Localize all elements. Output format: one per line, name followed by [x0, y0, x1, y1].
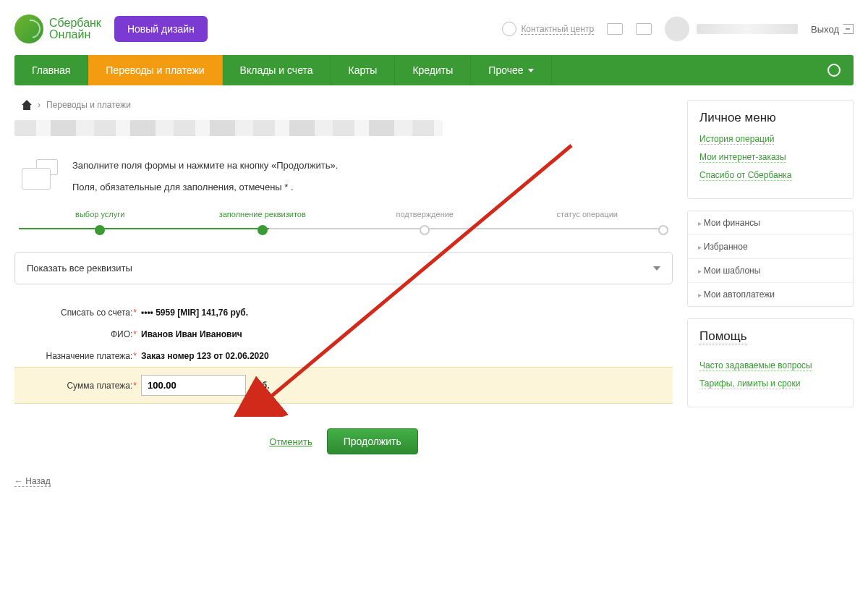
- nav-item-other-label: Прочее: [488, 64, 523, 76]
- nav-item-other[interactable]: Прочее: [471, 55, 551, 85]
- sidebar-section-templates[interactable]: Мои шаблоны: [688, 259, 853, 283]
- gear-icon[interactable]: [827, 64, 841, 77]
- row-fio: ФИО:* Иванов Иван Иванович: [14, 323, 673, 345]
- purpose-label: Назначение платежа:: [46, 351, 132, 361]
- logo-line2: Онлайн: [49, 29, 101, 41]
- contact-center[interactable]: Контактный центр: [502, 22, 594, 36]
- logo-text: Сбербанк Онлайн: [49, 17, 101, 41]
- row-purpose: Назначение платежа:* Заказ номер 123 от …: [14, 345, 673, 367]
- expand-label: Показать все реквизиты: [27, 263, 132, 274]
- sidebar-link-orders[interactable]: Мои интернет-заказы: [699, 152, 786, 163]
- sidebar-section-autopay[interactable]: Мои автоплатежи: [688, 283, 853, 306]
- instruction-line2: Поля, обязательные для заполнения, отмеч…: [72, 179, 338, 195]
- account-value: •••• 5959 [MIR] 141,76 руб.: [141, 308, 248, 318]
- logout-icon: [843, 24, 854, 34]
- chevron-down-icon: [653, 266, 660, 271]
- contact-center-link[interactable]: Контактный центр: [521, 24, 594, 35]
- back-link[interactable]: Назад: [14, 476, 51, 487]
- nav-item-transfers[interactable]: Переводы и платежи: [88, 55, 222, 85]
- form-actions: Отменить Продолжить: [14, 428, 673, 454]
- sidebar-section-favorites[interactable]: Избранное: [688, 235, 853, 259]
- sidebar: Личное меню История операций Мои интерне…: [687, 100, 854, 419]
- fio-value: Иванов Иван Иванович: [141, 329, 242, 339]
- breadcrumb-sep: ›: [38, 100, 41, 110]
- instruction-line1: Заполните поля формы и нажмите на кнопку…: [72, 158, 338, 174]
- amount-label: Сумма платежа:: [67, 381, 132, 391]
- nav-item-main[interactable]: Главная: [14, 55, 88, 85]
- logo[interactable]: Сбербанк Онлайн: [14, 14, 101, 43]
- help-title: Помощь: [699, 329, 747, 344]
- step-1: выбор услуги: [19, 210, 182, 232]
- instructions: Заполните поля формы и нажмите на кнопку…: [14, 158, 673, 195]
- sidebar-sections: Мои финансы Избранное Мои шаблоны Мои ав…: [687, 211, 854, 307]
- amount-input[interactable]: [141, 375, 246, 396]
- cancel-link[interactable]: Отменить: [269, 436, 312, 447]
- step-4: статус операции: [506, 210, 669, 232]
- phone-icon: [502, 22, 516, 36]
- fio-label: ФИО:: [111, 329, 132, 339]
- sidebar-link-history[interactable]: История операций: [699, 134, 774, 145]
- progress-steps: выбор услуги заполнение реквизитов подтв…: [14, 210, 673, 232]
- step-2: заполнение реквизитов: [182, 210, 344, 232]
- nav-item-deposits[interactable]: Вклады и счета: [223, 55, 331, 85]
- row-account: Списать со счета:* •••• 5959 [MIR] 141,7…: [14, 302, 673, 323]
- personal-menu-panel: Личное меню История операций Мои интерне…: [687, 100, 854, 199]
- amount-unit: руб.: [252, 381, 270, 391]
- new-design-button[interactable]: Новый дизайн: [114, 16, 208, 42]
- purpose-value: Заказ номер 123 от 02.06.2020: [141, 351, 269, 361]
- personal-menu-title: Личное меню: [699, 111, 841, 125]
- account-label: Списать со счета:: [61, 308, 132, 318]
- sidebar-link-thanks[interactable]: Спасибо от Сбербанка: [699, 170, 792, 181]
- sberbank-logo-icon: [14, 14, 43, 43]
- breadcrumb: › Переводы и платежи: [14, 100, 673, 110]
- messages-icon[interactable]: [636, 23, 652, 35]
- wallet-icon: [22, 159, 59, 190]
- row-amount: Сумма платежа:* руб.: [14, 367, 673, 404]
- logout-link[interactable]: Выход: [811, 24, 854, 35]
- main-nav: Главная Переводы и платежи Вклады и счет…: [14, 55, 854, 85]
- chevron-down-icon: [528, 69, 534, 72]
- avatar[interactable]: [665, 17, 689, 41]
- nav-item-cards[interactable]: Карты: [331, 55, 396, 85]
- home-icon[interactable]: [22, 100, 32, 110]
- help-panel: Помощь Часто задаваемые вопросы Тарифы, …: [687, 318, 854, 407]
- header: Сбербанк Онлайн Новый дизайн Контактный …: [0, 0, 868, 55]
- show-all-details-toggle[interactable]: Показать все реквизиты: [14, 252, 673, 284]
- breadcrumb-current: Переводы и платежи: [46, 100, 131, 110]
- continue-button[interactable]: Продолжить: [327, 428, 418, 454]
- mail-icon[interactable]: [607, 23, 623, 35]
- sidebar-section-finances[interactable]: Мои финансы: [688, 211, 853, 235]
- logout-label: Выход: [811, 24, 839, 35]
- help-link-tariffs[interactable]: Тарифы, лимиты и сроки: [699, 378, 800, 389]
- help-link-faq[interactable]: Часто задаваемые вопросы: [699, 360, 812, 371]
- logo-line1: Сбербанк: [49, 17, 101, 29]
- page-title-blurred: [14, 120, 443, 136]
- nav-item-credits[interactable]: Кредиты: [395, 55, 471, 85]
- step-3: подтверждение: [344, 210, 506, 232]
- payment-form: Списать со счета:* •••• 5959 [MIR] 141,7…: [14, 302, 673, 404]
- username-blurred: [697, 24, 798, 34]
